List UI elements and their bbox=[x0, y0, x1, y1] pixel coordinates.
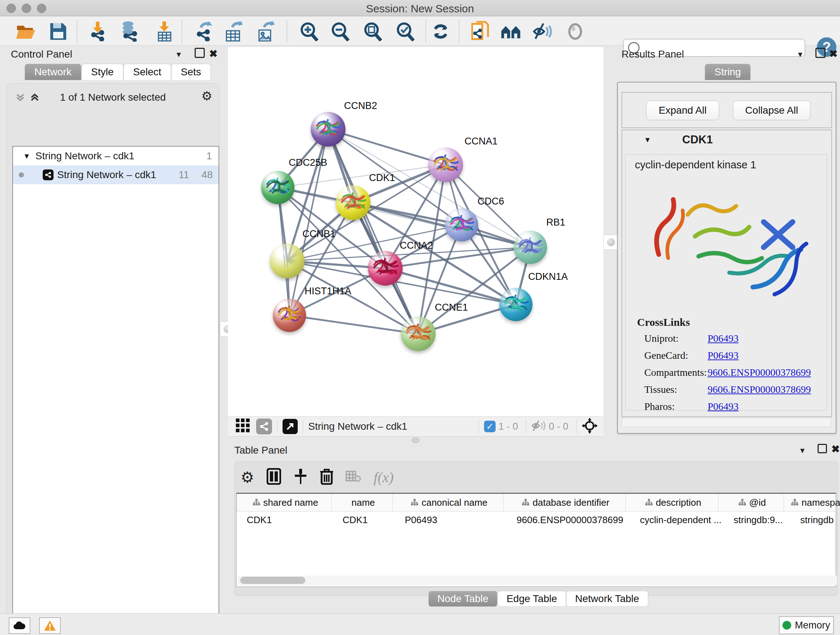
table-cell[interactable]: 9606.ENSP00000378699 bbox=[513, 511, 636, 528]
column-header-shared-name[interactable]: shared name bbox=[237, 494, 332, 511]
results-scroll-area[interactable]: ▼ CDK1 cyclin-dependent kinase 1 bbox=[622, 130, 832, 417]
entry-disclosure-icon[interactable]: ▼ bbox=[644, 136, 651, 144]
export-image-icon[interactable] bbox=[256, 21, 276, 42]
table-cell[interactable]: P06493 bbox=[401, 511, 513, 528]
results-panel-float-icon[interactable] bbox=[815, 48, 826, 58]
refresh-icon[interactable] bbox=[431, 21, 451, 42]
tab-network[interactable]: Network bbox=[25, 64, 81, 80]
birds-eye-view-icon[interactable] bbox=[235, 418, 251, 435]
delete-table-icon[interactable] bbox=[346, 470, 362, 485]
tab-style[interactable]: Style bbox=[81, 64, 123, 80]
string-home-icon[interactable] bbox=[501, 21, 521, 42]
table-tabs: Node Table Edge Table Network Table bbox=[428, 591, 648, 607]
scrollbar-thumb[interactable] bbox=[240, 577, 305, 584]
network-node-rb1[interactable] bbox=[514, 231, 547, 264]
table-cell[interactable]: CDK1 bbox=[339, 511, 401, 528]
table-panel-menu-icon[interactable]: ▾ bbox=[800, 445, 805, 455]
protein-structure-thumbnail bbox=[261, 171, 294, 204]
table-cell[interactable]: stringdb bbox=[797, 511, 840, 528]
tab-node-table[interactable]: Node Table bbox=[428, 591, 497, 607]
selected-nodes-checkbox-icon[interactable]: ✓ bbox=[484, 421, 496, 432]
expand-all-button[interactable]: Expand All bbox=[646, 101, 719, 120]
network-node-cdk1[interactable] bbox=[336, 185, 370, 220]
network-row[interactable]: String Network – cdk1 11 48 bbox=[13, 165, 218, 184]
network-node-ccnb1[interactable] bbox=[270, 244, 305, 279]
crosslink-label: Tissues: bbox=[644, 384, 707, 401]
network-node-ccna1[interactable] bbox=[428, 147, 463, 182]
memory-button[interactable]: Memory bbox=[779, 616, 834, 634]
column-header-description[interactable]: description bbox=[626, 494, 718, 511]
column-header-label: shared name bbox=[264, 497, 318, 508]
open-session-icon[interactable] bbox=[16, 21, 36, 42]
zoom-fit-icon[interactable] bbox=[363, 21, 383, 42]
hidden-items-eye-icon[interactable] bbox=[531, 420, 546, 433]
column-header-canonical-name[interactable]: canonical name bbox=[393, 494, 504, 511]
results-panel-close-icon[interactable]: ✖ bbox=[829, 48, 837, 60]
table-header-row: shared namenamecanonical namedatabase id… bbox=[237, 494, 836, 511]
column-header-name[interactable]: name bbox=[332, 494, 393, 511]
network-node-ccna2[interactable] bbox=[368, 251, 403, 286]
network-node-cdc6[interactable] bbox=[445, 208, 478, 241]
table-cell[interactable]: cyclin-dependent ... bbox=[636, 511, 730, 528]
delete-column-icon[interactable] bbox=[320, 468, 333, 486]
collapse-all-button[interactable]: Collapse All bbox=[733, 101, 810, 120]
column-header-namespace[interactable]: namespace bbox=[784, 494, 840, 511]
function-builder-icon[interactable]: f(x) bbox=[374, 469, 394, 486]
column-header-database-identifier[interactable]: database identifier bbox=[504, 494, 626, 511]
table-cell[interactable]: stringdb:9... bbox=[730, 511, 797, 528]
network-node-cdc25b[interactable] bbox=[261, 171, 294, 204]
fit-content-crosshair-icon[interactable] bbox=[582, 418, 598, 435]
crosslink-link[interactable]: 9606.ENSP00000378699 bbox=[707, 367, 811, 384]
crosslink-link[interactable]: P06493 bbox=[707, 401, 739, 418]
import-table-icon[interactable] bbox=[154, 21, 174, 42]
table-options-gear-icon[interactable]: ⚙ bbox=[240, 469, 254, 486]
tab-string-results[interactable]: String bbox=[705, 64, 751, 80]
table-row[interactable]: CDK1CDK1P064939606.ENSP00000378699cyclin… bbox=[237, 511, 836, 528]
cloud-status-button[interactable] bbox=[9, 617, 30, 634]
column-header--id[interactable]: @id bbox=[718, 494, 784, 511]
network-node-ccnb2[interactable] bbox=[311, 112, 346, 147]
save-session-icon[interactable] bbox=[48, 21, 68, 42]
export-network-icon[interactable] bbox=[193, 21, 213, 42]
table-panel-close-icon[interactable]: ✖ bbox=[831, 443, 840, 455]
zoom-selected-icon[interactable] bbox=[395, 21, 415, 42]
network-collection-row[interactable]: ▼ String Network – cdk1 1 bbox=[13, 147, 218, 165]
warnings-button[interactable] bbox=[39, 617, 61, 634]
horizontal-splitter[interactable] bbox=[228, 436, 603, 445]
entry-header[interactable]: ▼ CDK1 bbox=[622, 133, 831, 146]
zoom-in-icon[interactable] bbox=[299, 21, 319, 42]
crosslink-link[interactable]: P06493 bbox=[707, 333, 739, 350]
add-column-icon[interactable] bbox=[294, 468, 308, 486]
network-node-hist1h1a[interactable] bbox=[273, 299, 306, 332]
tab-network-table[interactable]: Network Table bbox=[566, 591, 648, 607]
crosslink-link[interactable]: 9606.ENSP00000378699 bbox=[707, 384, 811, 401]
table-horizontal-scrollbar[interactable] bbox=[238, 576, 837, 585]
hide-panel-icon[interactable] bbox=[532, 21, 553, 42]
crosslink-link[interactable]: P06493 bbox=[707, 350, 739, 367]
import-database-icon[interactable] bbox=[119, 21, 140, 42]
network-options-gear-icon[interactable]: ⚙ bbox=[202, 89, 212, 103]
open-in-browser-icon[interactable] bbox=[283, 419, 298, 434]
network-node-cdkn1a[interactable] bbox=[499, 288, 532, 321]
results-horizontal-scrollbar[interactable] bbox=[622, 418, 831, 427]
results-panel-menu-icon[interactable]: ▾ bbox=[798, 49, 802, 59]
string-view-icon[interactable] bbox=[256, 418, 272, 434]
network-view-canvas[interactable]: CCNB2CCNA1CDC25BCDK1CDC6RB1CCNB1CCNA2CDK… bbox=[228, 47, 603, 416]
tab-sets[interactable]: Sets bbox=[171, 64, 211, 80]
zoom-out-icon[interactable] bbox=[330, 21, 350, 42]
control-panel-close-icon[interactable]: ✖ bbox=[209, 48, 218, 60]
network-node-ccne1[interactable] bbox=[401, 317, 436, 351]
table-panel-float-icon[interactable] bbox=[818, 444, 827, 453]
control-panel-float-icon[interactable] bbox=[195, 48, 205, 58]
show-panel-icon[interactable] bbox=[565, 21, 585, 42]
export-table-icon[interactable] bbox=[224, 21, 244, 42]
control-panel-menu-icon[interactable]: ▾ bbox=[177, 49, 181, 59]
tab-select[interactable]: Select bbox=[123, 64, 171, 80]
collection-disclosure-icon[interactable]: ▼ bbox=[23, 152, 30, 160]
right-splitter-handle[interactable] bbox=[603, 234, 619, 250]
import-network-icon[interactable] bbox=[88, 21, 108, 42]
clone-network-icon[interactable] bbox=[470, 21, 491, 42]
table-cell[interactable]: CDK1 bbox=[243, 511, 339, 528]
tab-edge-table[interactable]: Edge Table bbox=[497, 591, 566, 607]
show-columns-icon[interactable] bbox=[267, 468, 281, 486]
